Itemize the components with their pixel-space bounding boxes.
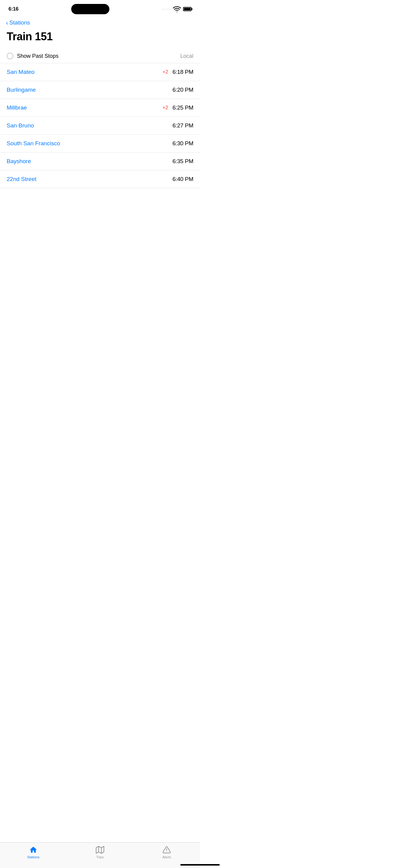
battery-icon bbox=[183, 7, 192, 11]
signal-icon bbox=[162, 8, 171, 10]
station-right: 6:27 PM bbox=[172, 122, 193, 129]
type-label: Local bbox=[180, 53, 193, 59]
station-row[interactable]: Millbrae+26:25 PM bbox=[0, 99, 200, 117]
station-right: 6:30 PM bbox=[172, 140, 193, 147]
page-title: Train 151 bbox=[0, 28, 200, 49]
options-row[interactable]: Show Past Stops Local bbox=[0, 49, 200, 63]
station-name: Bayshore bbox=[7, 158, 31, 165]
station-row[interactable]: South San Francisco6:30 PM bbox=[0, 135, 200, 153]
station-row[interactable]: San Bruno6:27 PM bbox=[0, 117, 200, 135]
station-right: +26:18 PM bbox=[163, 69, 193, 75]
station-right: +26:25 PM bbox=[163, 104, 193, 111]
status-time: 6:16 bbox=[8, 6, 19, 12]
radio-circle-icon bbox=[7, 53, 13, 59]
station-name: Burlingame bbox=[7, 87, 36, 93]
delay-badge: +2 bbox=[163, 105, 168, 111]
station-time: 6:40 PM bbox=[172, 176, 193, 183]
station-row[interactable]: Burlingame6:20 PM bbox=[0, 81, 200, 99]
station-name: San Mateo bbox=[7, 69, 34, 75]
station-name: 22nd Street bbox=[7, 176, 36, 183]
station-row[interactable]: San Mateo+26:18 PM bbox=[0, 63, 200, 81]
show-past-stops-label: Show Past Stops bbox=[17, 53, 58, 59]
station-time: 6:27 PM bbox=[172, 122, 193, 129]
station-right: 6:20 PM bbox=[172, 87, 193, 93]
wifi-icon bbox=[173, 5, 181, 13]
back-label: Stations bbox=[9, 19, 30, 26]
status-bar: 6:16 bbox=[0, 0, 200, 17]
station-list: San Mateo+26:18 PMBurlingame6:20 PMMillb… bbox=[0, 63, 200, 188]
station-name: South San Francisco bbox=[7, 140, 60, 147]
show-past-stops-toggle[interactable]: Show Past Stops bbox=[7, 53, 58, 59]
station-time: 6:30 PM bbox=[172, 140, 193, 147]
status-icons bbox=[162, 5, 192, 13]
station-time: 6:25 PM bbox=[172, 104, 193, 111]
station-time: 6:20 PM bbox=[172, 87, 193, 93]
station-name: San Bruno bbox=[7, 122, 34, 129]
station-name: Millbrae bbox=[7, 104, 27, 111]
station-time: 6:18 PM bbox=[172, 69, 193, 75]
station-right: 6:35 PM bbox=[172, 158, 193, 165]
station-row[interactable]: Bayshore6:35 PM bbox=[0, 153, 200, 170]
dynamic-island bbox=[71, 4, 109, 14]
svg-point-0 bbox=[177, 11, 177, 12]
station-row[interactable]: 22nd Street6:40 PM bbox=[0, 170, 200, 188]
station-time: 6:35 PM bbox=[172, 158, 193, 165]
chevron-left-icon: ‹ bbox=[6, 20, 8, 26]
delay-badge: +2 bbox=[163, 69, 168, 75]
back-button[interactable]: ‹ Stations bbox=[0, 17, 200, 28]
station-right: 6:40 PM bbox=[172, 176, 193, 183]
